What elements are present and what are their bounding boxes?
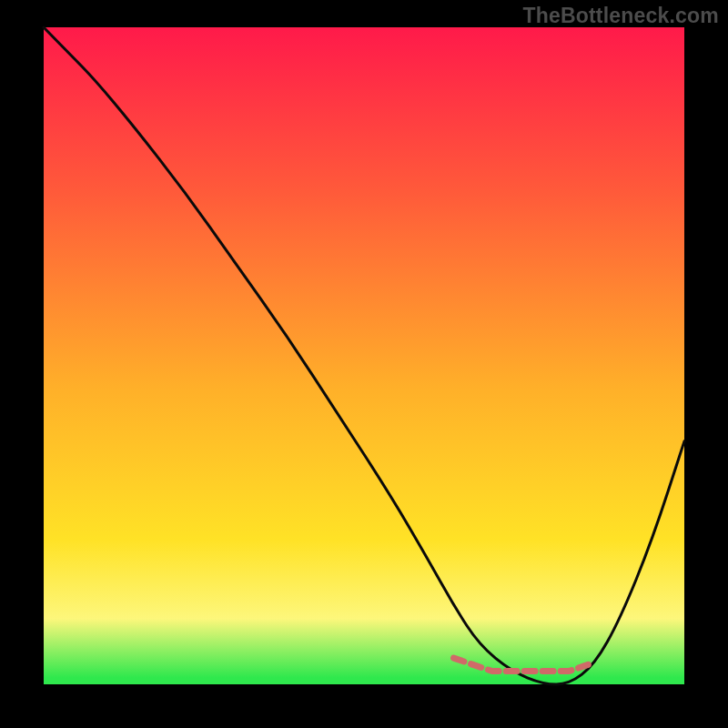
chart-svg [44,27,684,684]
bottleneck-curve-path [44,27,684,684]
chart-frame: TheBottleneck.com [0,0,728,728]
plot-area [44,27,684,684]
watermark-text: TheBottleneck.com [522,4,719,28]
sweet-spot-path [454,658,589,671]
